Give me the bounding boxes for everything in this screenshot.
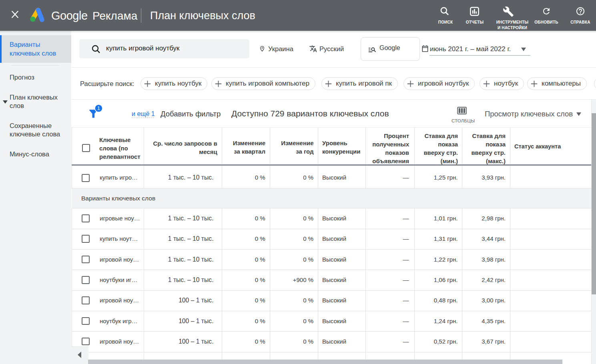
svg-text:1: 1 <box>97 105 100 111</box>
